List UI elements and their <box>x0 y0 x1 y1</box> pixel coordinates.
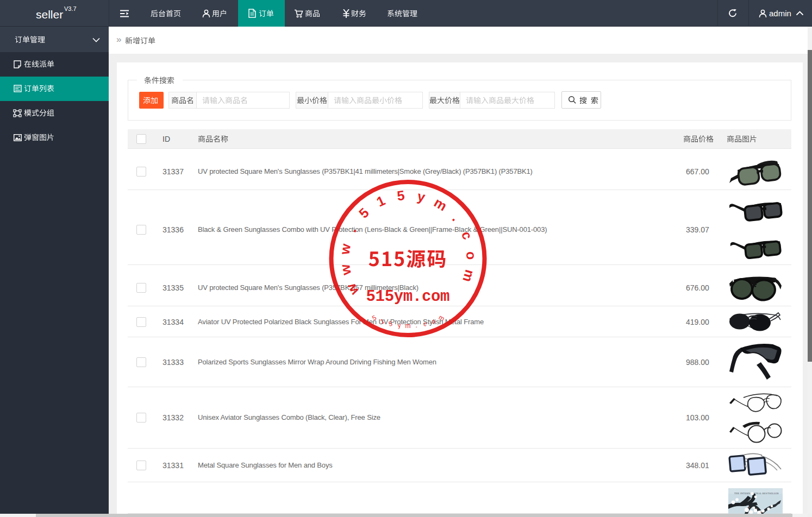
svg-text:w: w <box>336 242 353 256</box>
svg-text:w: w <box>337 263 354 277</box>
svg-text:m: m <box>460 268 478 284</box>
svg-text:.: . <box>415 321 418 329</box>
svg-text:y: y <box>416 188 427 205</box>
svg-text:5: 5 <box>396 187 405 203</box>
svg-text:1: 1 <box>379 317 386 326</box>
svg-text:o: o <box>430 317 437 326</box>
svg-text:c: c <box>459 229 476 242</box>
svg-text:5: 5 <box>356 205 372 221</box>
svg-text:c: c <box>423 320 428 328</box>
svg-text:w: w <box>343 281 362 298</box>
svg-text:.: . <box>343 224 359 235</box>
svg-text:m: m <box>405 322 411 330</box>
svg-text:o: o <box>464 251 479 260</box>
svg-text:m: m <box>438 313 446 323</box>
svg-text:1: 1 <box>374 192 388 209</box>
svg-text:y: y <box>397 321 402 330</box>
svg-text:m: m <box>432 194 449 213</box>
svg-text:5: 5 <box>371 314 378 323</box>
svg-text:515ym.com: 515ym.com <box>366 288 450 306</box>
svg-text:5: 5 <box>388 320 393 328</box>
svg-text:.: . <box>449 211 464 224</box>
svg-text:THE INTERNATIONAL BESTSELLER: THE INTERNATIONAL BESTSELLER <box>734 492 779 495</box>
